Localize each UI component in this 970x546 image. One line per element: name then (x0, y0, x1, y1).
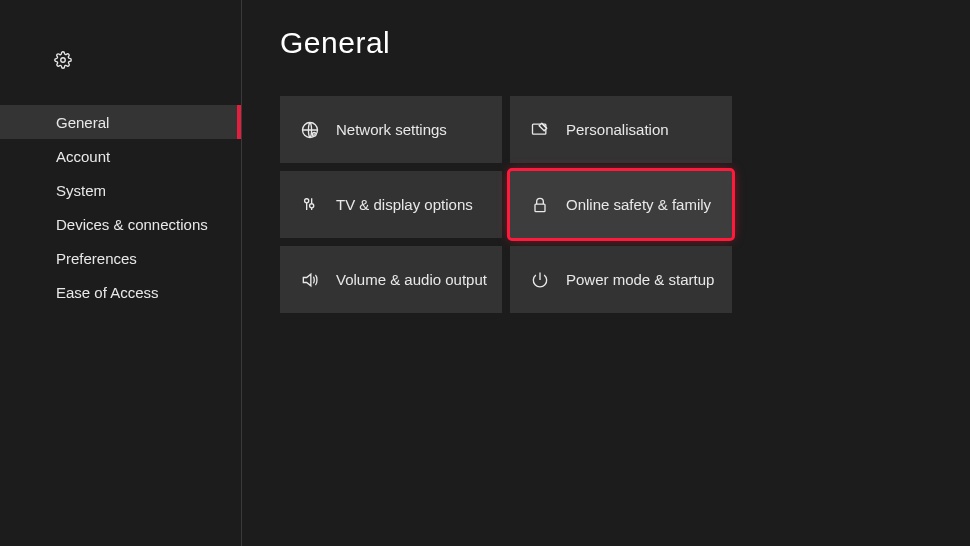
lock-icon (530, 195, 550, 215)
tile-network-settings[interactable]: Network settings (280, 96, 502, 163)
tile-label: Online safety & family (566, 196, 711, 213)
main-content: General Network settings P (242, 0, 970, 546)
sidebar-item-account[interactable]: Account (0, 139, 241, 173)
gear-icon (54, 51, 72, 69)
sidebar-item-label: Preferences (56, 250, 137, 267)
sidebar-item-devices-connections[interactable]: Devices & connections (0, 207, 241, 241)
sidebar-item-label: General (56, 114, 109, 131)
tile-tv-display-options[interactable]: TV & display options (280, 171, 502, 238)
tile-label: Power mode & startup (566, 271, 714, 288)
sidebar-item-system[interactable]: System (0, 173, 241, 207)
sidebar-item-label: Ease of Access (56, 284, 159, 301)
personalisation-icon (530, 120, 550, 140)
tv-icon (300, 195, 320, 215)
sidebar-item-ease-of-access[interactable]: Ease of Access (0, 275, 241, 309)
power-icon (530, 270, 550, 290)
tile-label: Volume & audio output (336, 271, 487, 288)
sidebar-items: General Account System Devices & connect… (0, 105, 241, 309)
tile-label: Personalisation (566, 121, 669, 138)
sidebar-item-preferences[interactable]: Preferences (0, 241, 241, 275)
tile-label: Network settings (336, 121, 447, 138)
svg-point-4 (305, 198, 309, 202)
sidebar-item-label: System (56, 182, 106, 199)
tile-power-mode-startup[interactable]: Power mode & startup (510, 246, 732, 313)
sidebar-item-general[interactable]: General (0, 105, 241, 139)
network-icon (300, 120, 320, 140)
tile-personalisation[interactable]: Personalisation (510, 96, 732, 163)
volume-icon (300, 270, 320, 290)
svg-point-5 (310, 203, 314, 207)
sidebar-header (0, 35, 241, 85)
tile-volume-audio-output[interactable]: Volume & audio output (280, 246, 502, 313)
tile-grid: Network settings Personalisation TV (280, 96, 932, 313)
sidebar: General Account System Devices & connect… (0, 0, 242, 546)
svg-rect-6 (535, 204, 545, 212)
tile-label: TV & display options (336, 196, 473, 213)
sidebar-item-label: Devices & connections (56, 216, 208, 233)
page-title: General (280, 26, 932, 60)
sidebar-item-label: Account (56, 148, 110, 165)
svg-point-0 (61, 58, 66, 63)
tile-online-safety-family[interactable]: Online safety & family (510, 171, 732, 238)
